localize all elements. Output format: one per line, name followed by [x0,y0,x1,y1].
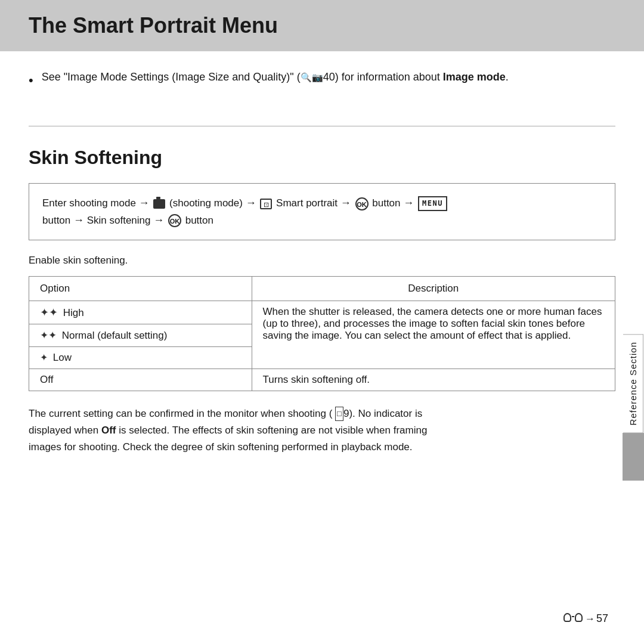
enable-text: Enable skin softening. [29,255,615,267]
description-main: When the shutter is released, the camera… [252,301,615,369]
menu-icon: MENU [418,196,447,211]
low-icon: ✦ [40,352,48,363]
side-tab-accent [623,433,644,481]
camera-icon [153,199,165,209]
table-row: ✦✦ High When the shutter is released, th… [29,301,615,324]
portrait-icon: ⊡ [260,199,272,209]
skin-softening-section: Skin Softening Enter shooting mode → (sh… [0,132,644,456]
side-tab: Reference Section [623,334,644,481]
page-title: The Smart Portrait Menu [29,13,615,38]
col-header-option: Option [29,276,252,301]
table-row: Off Turns skin softening off. [29,369,615,391]
intro-section: • See "Image Mode Settings (Image Size a… [0,51,644,120]
page-footer: → 57 [564,612,608,625]
page-header: The Smart Portrait Menu [0,0,644,51]
options-table: Option Description ✦✦ High When the shut… [29,276,615,391]
instruction-text: Enter shooting mode → (shooting mode) → … [42,197,448,226]
option-high: ✦✦ High [29,301,252,324]
col-header-description: Description [252,276,615,301]
ok-icon-1: OK [355,197,369,210]
reference-section-label: Reference Section [623,334,643,433]
page-number: 57 [596,612,608,625]
bullet-icon: • [29,70,33,90]
intro-bullet: • See "Image Mode Settings (Image Size a… [29,69,615,90]
option-low: ✦ Low [29,346,252,369]
ok-icon-2: OK [168,214,181,227]
normal-icon: ✦✦ [40,330,57,341]
footer-binoculars [564,613,583,625]
instruction-box: Enter shooting mode → (shooting mode) → … [29,183,615,240]
intro-text: See "Image Mode Settings (Image Size and… [42,69,509,85]
section-title: Skin Softening [29,147,615,169]
section-divider [29,126,615,126]
page-arrow: → [585,613,595,625]
bottom-text: The current setting can be confirmed in … [29,405,615,456]
page-container: The Smart Portrait Menu • See "Image Mod… [0,0,644,644]
monitor-icon: □ [335,407,343,420]
high-icon: ✦✦ [40,306,58,318]
option-normal: ✦✦ Normal (default setting) [29,324,252,346]
option-off: Off [29,369,252,391]
description-off: Turns skin softening off. [252,369,615,391]
